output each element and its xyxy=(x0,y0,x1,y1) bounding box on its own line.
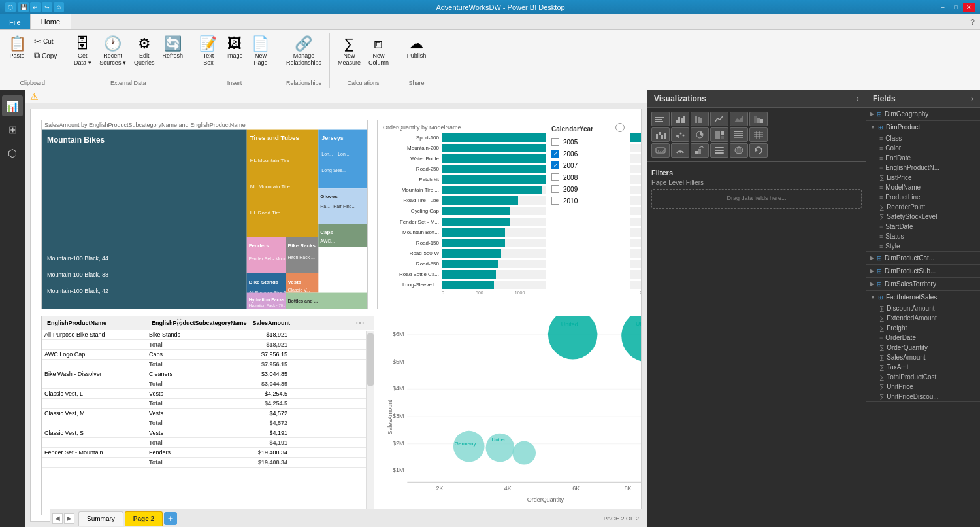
publish-button[interactable]: ☁ Publish xyxy=(404,35,429,61)
table-row[interactable]: Total $19,408.34 xyxy=(42,458,374,468)
table-drag-handle[interactable]: ⠿ xyxy=(176,318,182,328)
treemap-viz[interactable]: SalesAmount by EnglishProductSubcategory… xyxy=(41,120,368,309)
viz-icon-gauge[interactable] xyxy=(671,143,689,158)
close-button[interactable]: ✕ xyxy=(963,3,975,12)
report-view-icon[interactable]: 📊 xyxy=(2,95,23,116)
field-item-enddate[interactable]: ≡EndDate xyxy=(866,153,980,163)
manage-relationships-button[interactable]: 🔗 ManageRelationships xyxy=(284,35,324,68)
table-row[interactable]: Total $4,254.5 xyxy=(42,399,374,409)
filter-checkbox[interactable]: ✓ xyxy=(551,162,559,169)
scroll-thumb[interactable] xyxy=(367,333,374,386)
new-measure-button[interactable]: ∑ NewMeasure xyxy=(335,35,363,68)
table-row[interactable]: Classic Vest, S Vests $4,191 xyxy=(42,428,374,438)
table-scrollbar[interactable] xyxy=(366,331,374,515)
table-row[interactable]: Total $4,191 xyxy=(42,438,374,448)
treemap-cell-mountain-bikes[interactable] xyxy=(42,130,247,309)
minimize-button[interactable]: – xyxy=(937,3,949,12)
maximize-button[interactable]: □ xyxy=(950,3,962,12)
model-view-icon[interactable]: ⬡ xyxy=(2,143,23,163)
viz-icon-area-chart[interactable] xyxy=(730,112,748,126)
treemap-cell-caps[interactable] xyxy=(318,224,367,247)
filter-checkbox[interactable] xyxy=(551,185,559,193)
table-scroll[interactable]: All-Purpose Bike Stand Bike Stands $18,9… xyxy=(42,330,374,512)
field-group-header-dimsalesterritory[interactable]: ▶ ⊞ DimSalesTerritory xyxy=(866,278,980,290)
table-row[interactable]: All-Purpose Bike Stand Bike Stands $18,9… xyxy=(42,330,374,340)
table-row[interactable]: Total $4,572 xyxy=(42,418,374,428)
filter-item[interactable]: 2008 xyxy=(551,173,625,181)
filter-checkbox[interactable]: ✓ xyxy=(551,150,559,158)
scatter-viz[interactable]: $6M $5M $4M $3M $2M $1M SalesAmount xyxy=(384,316,642,515)
calendar-filter-viz[interactable]: CalendarYear 2005 ✓ 2006 ✓ 2007 2008 200… xyxy=(546,120,630,309)
field-group-header-dimproductcat[interactable]: ▶ ⊞ DimProductCat... xyxy=(866,252,980,264)
field-item-modelname[interactable]: ≡ModelName xyxy=(866,182,980,192)
page-next-button[interactable]: ▶ xyxy=(64,513,74,524)
field-item-orderquantity[interactable]: ∑OrderQuantity xyxy=(866,343,980,352)
field-item-extendedamount[interactable]: ∑ExtendedAmount xyxy=(866,313,980,323)
field-group-header-dimgeography[interactable]: ▶ ⊞ DimGeography xyxy=(866,108,980,120)
field-item-discountamount[interactable]: ∑DiscountAmount xyxy=(866,303,980,313)
filter-checkbox[interactable] xyxy=(551,138,559,146)
filter-checkbox[interactable] xyxy=(551,173,559,181)
filter-checkbox[interactable] xyxy=(551,197,559,205)
table-row[interactable]: Bike Wash - Dissolver Cleaners $3,044.85 xyxy=(42,369,374,379)
filter-circle-icon[interactable] xyxy=(615,123,625,132)
smiley-icon[interactable]: ☺ xyxy=(54,2,64,12)
viz-icon-scatter[interactable] xyxy=(671,128,689,142)
viz-icon-slicer[interactable] xyxy=(710,143,728,158)
tab-summary[interactable]: Summary xyxy=(78,511,123,526)
bubble-small[interactable] xyxy=(512,441,536,465)
filter-item[interactable]: 2010 xyxy=(551,197,625,205)
new-page-button[interactable]: 📄 NewPage xyxy=(249,35,272,68)
new-column-button[interactable]: ⧈ NewColumn xyxy=(366,35,391,68)
field-item-unitprice[interactable]: ∑UnitPrice xyxy=(866,382,980,392)
filter-item[interactable]: ✓ 2007 xyxy=(551,162,625,169)
copy-button[interactable]: ⧉ Copy xyxy=(31,49,59,62)
table-row[interactable]: Total $18,921 xyxy=(42,340,374,350)
text-box-button[interactable]: 📝 TextBox xyxy=(197,35,220,68)
table-row[interactable]: AWC Logo Cap Caps $7,956.15 xyxy=(42,350,374,360)
fields-expand-icon[interactable]: › xyxy=(971,94,973,103)
report-canvas[interactable]: SalesAmount by EnglishProductSubcategory… xyxy=(30,109,642,522)
viz-icon-bar-chart[interactable] xyxy=(671,112,689,126)
field-item-style[interactable]: ≡Style xyxy=(866,241,980,251)
filter-drop-zone[interactable]: Drag data fields here... xyxy=(651,189,862,209)
cut-button[interactable]: ✂ Cut xyxy=(31,35,59,48)
tab-home[interactable]: Home xyxy=(31,14,71,29)
viz-icon-pie[interactable] xyxy=(691,128,709,142)
data-view-icon[interactable]: ⊞ xyxy=(2,119,23,140)
field-group-header-factinternetsales[interactable]: ▼ ⊞ FactInternetSales xyxy=(866,291,980,303)
field-item-productline[interactable]: ≡ProductLine xyxy=(866,192,980,202)
field-item-color[interactable]: ≡Color xyxy=(866,143,980,153)
field-item-status[interactable]: ≡Status xyxy=(866,231,980,241)
paste-button[interactable]: 📋 Paste xyxy=(5,35,29,62)
field-group-header-dimproduct[interactable]: ▼ ⊞ DimProduct xyxy=(866,121,980,133)
field-item-class[interactable]: ≡Class xyxy=(866,133,980,143)
field-item-safetystocklevel[interactable]: ∑SafetyStockLevel xyxy=(866,212,980,222)
field-item-reorderpoint[interactable]: ∑ReorderPoint xyxy=(866,202,980,212)
refresh-button[interactable]: 🔄 Refresh xyxy=(159,35,186,61)
add-page-button[interactable]: + xyxy=(164,512,177,525)
save-icon[interactable]: 💾 xyxy=(18,2,29,12)
table-row[interactable]: Total $7,956.15 xyxy=(42,360,374,369)
tab-file[interactable]: File xyxy=(0,14,31,29)
field-item-unitpricediscou[interactable]: ∑UnitPriceDiscou... xyxy=(866,392,980,401)
redo-icon[interactable]: ↪ xyxy=(42,2,52,12)
field-item-englishproductn[interactable]: ≡EnglishProductN... xyxy=(866,163,980,173)
viz-icon-matrix[interactable] xyxy=(749,128,768,142)
get-data-button[interactable]: 🗄 GetData ▾ xyxy=(71,35,94,68)
undo-icon[interactable]: ↩ xyxy=(30,2,41,12)
recent-sources-button[interactable]: 🕐 RecentSources ▾ xyxy=(97,35,129,68)
table-row[interactable]: Classic Vest, L Vests $4,254.5 xyxy=(42,389,374,399)
viz-icon-table[interactable] xyxy=(730,128,748,142)
field-group-header-dimproductsub[interactable]: ▶ ⊞ DimProductSub... xyxy=(866,265,980,277)
viz-icon-kpi[interactable] xyxy=(691,143,709,158)
field-item-listprice[interactable]: ∑ListPrice xyxy=(866,173,980,182)
filter-item[interactable]: 2005 xyxy=(551,138,625,146)
edit-queries-button[interactable]: ⚙ EditQueries xyxy=(131,35,157,68)
table-viz[interactable]: EnglishProductName EnglishProductSubcate… xyxy=(41,316,374,515)
filter-item[interactable]: 2009 xyxy=(551,185,625,193)
page-prev-button[interactable]: ◀ xyxy=(52,513,63,524)
viz-icon-stacked-bar[interactable] xyxy=(651,112,670,126)
viz-icon-ribbon-chart[interactable] xyxy=(749,112,768,126)
viz-icon-map[interactable] xyxy=(730,143,748,158)
